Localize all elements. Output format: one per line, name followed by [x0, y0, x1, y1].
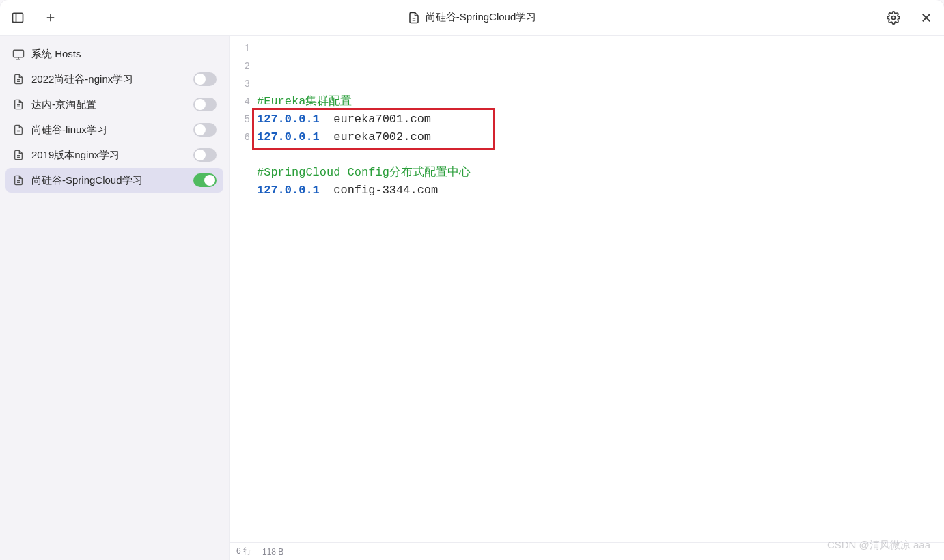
monitor-icon [12, 48, 25, 61]
sidebar-item-1[interactable]: 2022尚硅谷-nginx学习 [5, 67, 223, 92]
code-line[interactable]: #Eureka集群配置 [257, 93, 944, 111]
sidebar-item-label: 尚硅谷-linux学习 [31, 124, 186, 137]
editor-area: 123456 #Eureka集群配置127.0.0.1 eureka7001.c… [230, 36, 944, 560]
window-title: 尚硅谷-SpringCloud学习 [426, 11, 537, 24]
close-icon [920, 12, 932, 24]
sidebar-item-2[interactable]: 达内-京淘配置 [5, 92, 223, 117]
sidebar: 系统 Hosts2022尚硅谷-nginx学习达内-京淘配置尚硅谷-linux学… [0, 36, 230, 560]
close-button[interactable] [918, 10, 934, 26]
svg-rect-0 [13, 13, 23, 22]
ip-address: 127.0.0.1 [257, 184, 320, 197]
toggle-switch[interactable] [193, 98, 217, 111]
sidebar-item-label: 达内-京淘配置 [31, 98, 186, 111]
sidebar-item-label: 尚硅谷-SpringCloud学习 [31, 174, 186, 187]
code-line[interactable]: 127.0.0.1 config-3344.com [257, 182, 944, 199]
ip-address: 127.0.0.1 [257, 130, 320, 143]
hostname: eureka7001.com [320, 113, 431, 126]
gear-icon [887, 11, 900, 25]
editor[interactable]: 123456 #Eureka集群配置127.0.0.1 eureka7001.c… [230, 36, 944, 542]
titlebar: 尚硅谷-SpringCloud学习 [0, 0, 944, 36]
toggle-switch[interactable] [193, 173, 217, 187]
file-icon [12, 124, 25, 136]
main: 系统 Hosts2022尚硅谷-nginx学习达内-京淘配置尚硅谷-linux学… [0, 36, 944, 560]
line-number: 5 [230, 111, 250, 128]
line-number: 2 [230, 57, 250, 75]
ip-address: 127.0.0.1 [257, 113, 320, 126]
file-icon [12, 98, 25, 111]
add-button[interactable] [42, 10, 59, 26]
line-number: 4 [230, 93, 250, 111]
sidebar-toggle-button[interactable] [10, 10, 26, 26]
comment-text: #Eureka集群配置 [257, 95, 352, 108]
status-lines: 6 行 [236, 546, 251, 557]
toggle-switch[interactable] [193, 123, 217, 137]
code-line[interactable]: 127.0.0.1 eureka7002.com [257, 128, 944, 146]
line-number: 6 [230, 128, 250, 146]
file-icon [12, 73, 25, 85]
sidebar-item-label: 系统 Hosts [31, 48, 217, 61]
line-number: 3 [230, 75, 250, 93]
hostname: eureka7002.com [320, 130, 431, 143]
plus-icon [44, 12, 57, 24]
sidebar-item-3[interactable]: 尚硅谷-linux学习 [5, 117, 223, 142]
sidebar-item-label: 2019版本nginx学习 [31, 149, 186, 162]
code-line[interactable] [257, 146, 944, 164]
file-icon [408, 12, 420, 24]
line-gutter: 123456 [230, 40, 257, 542]
code-line[interactable]: 127.0.0.1 eureka7001.com [257, 111, 944, 128]
toggle-switch[interactable] [193, 72, 217, 86]
code-content[interactable]: #Eureka集群配置127.0.0.1 eureka7001.com127.0… [257, 40, 944, 542]
titlebar-left [10, 10, 59, 26]
titlebar-right [885, 10, 934, 26]
file-icon [12, 174, 25, 186]
sidebar-item-5[interactable]: 尚硅谷-SpringCloud学习 [5, 168, 223, 193]
line-number: 1 [230, 40, 250, 57]
panel-left-icon [11, 11, 25, 25]
sidebar-item-0[interactable]: 系统 Hosts [5, 42, 223, 66]
sidebar-item-label: 2022尚硅谷-nginx学习 [31, 73, 186, 86]
svg-point-6 [892, 16, 896, 19]
code-line[interactable]: #SpringCloud Config分布式配置中心 [257, 164, 944, 182]
title-area: 尚硅谷-SpringCloud学习 [63, 11, 881, 24]
status-bytes: 118 B [262, 547, 283, 557]
window: 尚硅谷-SpringCloud学习 系统 Hosts2022尚硅谷-nginx学… [0, 0, 944, 560]
svg-rect-9 [14, 50, 24, 57]
statusbar: 6 行 118 B [230, 542, 944, 560]
hostname: config-3344.com [320, 184, 438, 197]
toggle-switch[interactable] [193, 148, 217, 162]
comment-text: #SpringCloud Config分布式配置中心 [257, 166, 471, 179]
sidebar-item-4[interactable]: 2019版本nginx学习 [5, 143, 223, 167]
settings-button[interactable] [885, 10, 902, 26]
file-icon [12, 149, 25, 161]
